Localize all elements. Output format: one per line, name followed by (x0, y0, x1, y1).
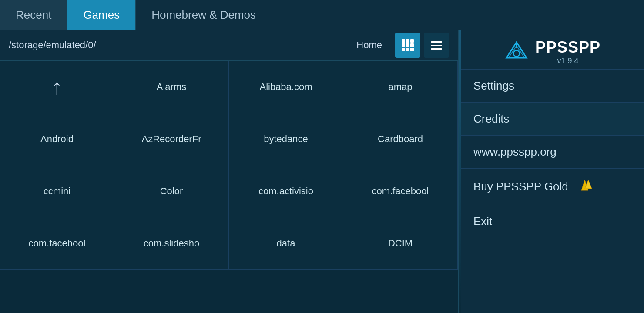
file-cell-amap[interactable]: amap (343, 61, 458, 113)
file-cell-bytedance[interactable]: bytedance (229, 113, 343, 165)
menu-item-exit[interactable]: Exit (461, 205, 644, 238)
menu-item-website[interactable]: www.ppsspp.org (461, 136, 644, 169)
tab-bar: Recent Games Homebrew & Demos (0, 0, 644, 30)
file-cell-color[interactable]: Color (114, 165, 229, 217)
file-cell-ccmini[interactable]: ccmini (0, 165, 114, 217)
file-cell-comfacebook1[interactable]: com.facebool (343, 165, 458, 217)
tab-recent[interactable]: Recent (0, 0, 67, 30)
list-view-icon (431, 41, 442, 50)
file-cell-android[interactable]: Android (0, 113, 114, 165)
ppsspp-header: PPSSPP v1.9.4 (461, 30, 644, 70)
right-panel: PPSSPP v1.9.4 Settings Credits www.ppssp… (461, 30, 644, 313)
path-bar: /storage/emulated/0/ Home (0, 30, 458, 61)
file-cell-cardboard[interactable]: Cardboard (343, 113, 458, 165)
menu-item-credits[interactable]: Credits (461, 103, 644, 136)
ppsspp-logo (505, 40, 528, 64)
tab-games[interactable]: Games (67, 0, 136, 30)
ppsspp-version: v1.9.4 (535, 57, 600, 66)
tab-homebrew[interactable]: Homebrew & Demos (136, 0, 272, 30)
file-cell-azrecorder[interactable]: AzRecorderFr (114, 113, 229, 165)
svg-point-2 (513, 50, 520, 57)
ppsspp-menu: Settings Credits www.ppsspp.org Buy PPSS… (461, 70, 644, 313)
ppsspp-title: PPSSPP (535, 38, 600, 57)
file-cell-up[interactable]: ↑ (0, 61, 114, 113)
current-path: /storage/emulated/0/ (9, 40, 340, 51)
ppsspp-title-block: PPSSPP v1.9.4 (535, 38, 600, 66)
menu-item-settings[interactable]: Settings (461, 70, 644, 103)
file-cell-comactivision[interactable]: com.activisio (229, 165, 343, 217)
grid-view-icon (402, 39, 414, 51)
file-cell-dcim[interactable]: DCIM (343, 217, 458, 270)
grid-view-button[interactable] (395, 33, 420, 58)
menu-item-buy-gold[interactable]: Buy PPSSPP Gold (461, 169, 644, 205)
file-cell-alarms[interactable]: Alarms (114, 61, 229, 113)
gold-icon (577, 178, 593, 195)
list-view-button[interactable] (424, 33, 449, 58)
file-grid: ↑AlarmsAlibaba.comamapAndroidAzRecorderF… (0, 61, 458, 313)
file-cell-comslideshows[interactable]: com.slidesho (114, 217, 229, 270)
home-button[interactable]: Home (347, 36, 392, 54)
file-cell-data[interactable]: data (229, 217, 343, 270)
file-browser: /storage/emulated/0/ Home (0, 30, 459, 313)
file-cell-comfacebook2[interactable]: com.facebool (0, 217, 114, 270)
path-controls: Home (347, 33, 449, 58)
file-cell-alibaba[interactable]: Alibaba.com (229, 61, 343, 113)
main-content: /storage/emulated/0/ Home (0, 30, 644, 313)
